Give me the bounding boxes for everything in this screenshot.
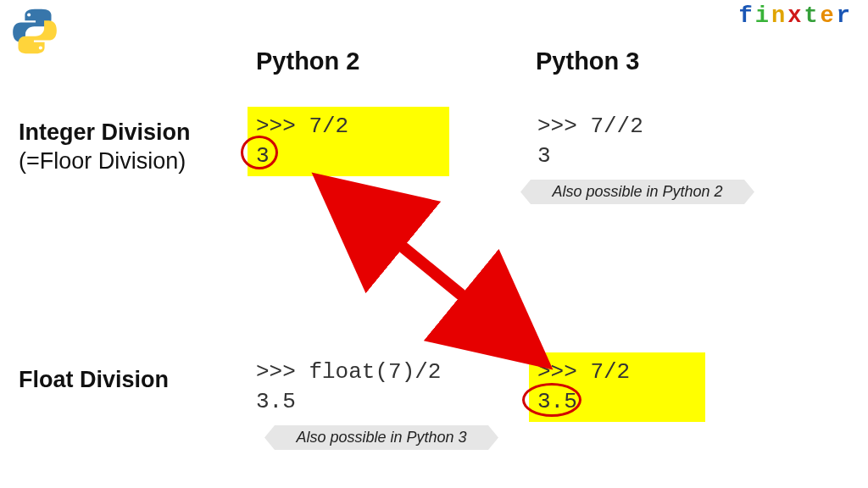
code-int-py2-l1: >>> 7/2 bbox=[256, 114, 348, 139]
code-float-py2-l2: 3.5 bbox=[256, 389, 296, 414]
row-label-float-title: Float Division bbox=[19, 367, 169, 392]
row-label-integer: Integer Division (=Floor Division) bbox=[19, 119, 191, 176]
code-int-py3-l1: >>> 7//2 bbox=[537, 114, 643, 139]
svg-line-0 bbox=[339, 195, 526, 347]
row-label-float: Float Division bbox=[19, 366, 169, 395]
ribbon-also-py3: Also possible in Python 3 bbox=[264, 425, 498, 450]
python-logo-icon bbox=[10, 7, 59, 56]
finxter-brand: finxter bbox=[739, 3, 853, 29]
row-label-integer-subtitle: (=Floor Division) bbox=[19, 148, 186, 174]
circle-annotation-float-py3 bbox=[522, 383, 581, 417]
row-label-integer-title: Integer Division bbox=[19, 119, 191, 145]
circle-annotation-int-py2 bbox=[241, 136, 278, 169]
double-arrow-icon bbox=[288, 152, 559, 373]
col-header-py2: Python 2 bbox=[256, 47, 359, 75]
col-header-py3: Python 3 bbox=[536, 47, 639, 75]
